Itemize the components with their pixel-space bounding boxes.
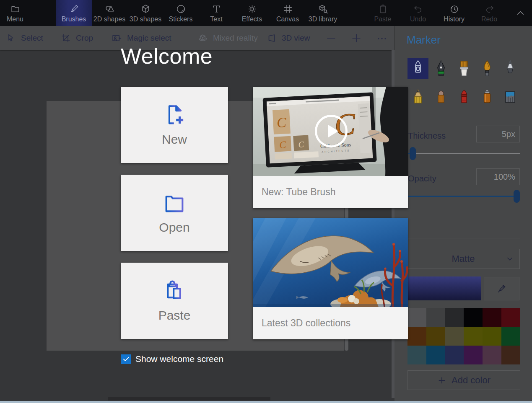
palette-swatch[interactable]: [501, 346, 520, 364]
palette-swatch[interactable]: [464, 308, 483, 327]
palette-swatch[interactable]: [501, 327, 520, 346]
more-options-button[interactable]: [376, 26, 388, 50]
palette-swatch[interactable]: [445, 308, 464, 327]
palette-swatch[interactable]: [483, 346, 501, 364]
show-welcome-checkbox-row[interactable]: Show welcome screen: [121, 354, 223, 364]
effects-icon: [247, 4, 257, 14]
mixed-reality-icon: [197, 33, 208, 44]
welcome-new-card[interactable]: New: [121, 87, 228, 163]
welcome-open-card[interactable]: Open: [121, 175, 228, 251]
paint3d-window: Menu Brushes 2D shapes 3D shapes Sticker…: [0, 0, 532, 403]
opacity-slider-track[interactable]: [407, 196, 520, 197]
palette-swatch[interactable]: [407, 308, 426, 327]
window-bottom-edge: [0, 401, 532, 403]
crop-icon: [61, 33, 71, 43]
history-icon: [449, 4, 459, 14]
zoom-in-button[interactable]: [350, 26, 362, 50]
palette-swatch[interactable]: [464, 346, 483, 364]
collections-tile-caption: Latest 3D collections: [253, 307, 408, 339]
collapse-ribbon-button[interactable]: [512, 0, 529, 26]
tube-brush-video-tile[interactable]: C C C C Collins & Sons ARCHITECTS New: T…: [253, 87, 408, 208]
menu-button[interactable]: Menu: [1, 0, 29, 26]
brush-pixel-pen[interactable]: [500, 58, 521, 79]
palette-swatch[interactable]: [426, 346, 445, 364]
canvas-horizontal-scrollbar[interactable]: [108, 397, 270, 400]
palette-swatch[interactable]: [501, 308, 520, 327]
tab-text[interactable]: Text: [202, 0, 231, 26]
thickness-slider-track[interactable]: [407, 153, 520, 154]
brush-eraser[interactable]: [431, 87, 452, 108]
tab-brushes[interactable]: Brushes: [56, 0, 92, 26]
undo-icon: [413, 4, 423, 14]
marker-icon: [407, 58, 428, 79]
opacity-slider-thumb[interactable]: [514, 190, 520, 203]
crayon-icon: [454, 87, 475, 108]
paste-clipboard-icon: [162, 279, 187, 303]
opacity-value-field[interactable]: 100%: [476, 168, 520, 185]
more-icon: [376, 32, 388, 44]
tab-stickers[interactable]: Stickers: [163, 0, 198, 26]
brush-crayon[interactable]: [454, 87, 475, 108]
tab-3d-shapes[interactable]: 3D shapes: [127, 0, 164, 26]
new-document-icon: [162, 103, 187, 127]
palette-swatch[interactable]: [445, 327, 464, 346]
brush-watercolor[interactable]: [477, 58, 498, 79]
tab-effects[interactable]: Effects: [235, 0, 269, 26]
brush-calligraphy-pen[interactable]: [431, 58, 452, 79]
select-cursor-icon: [6, 33, 16, 43]
3d-collections-tile[interactable]: Latest 3D collections: [253, 218, 408, 339]
zoom-out-button[interactable]: [325, 26, 337, 50]
plus-icon: [437, 376, 446, 385]
tab-3d-library[interactable]: 3D library: [303, 0, 343, 26]
pencil-icon: [407, 87, 428, 108]
thickness-value-field[interactable]: 5px: [476, 126, 520, 142]
palette-swatch[interactable]: [426, 308, 445, 327]
open-folder-icon: [162, 191, 187, 215]
canvas-icon: [283, 4, 293, 14]
3d-shapes-icon: [140, 4, 151, 14]
tab-canvas[interactable]: Canvas: [271, 0, 304, 26]
eyedropper-icon: [496, 283, 507, 294]
brush-spray-can[interactable]: [477, 87, 498, 108]
play-button[interactable]: [315, 115, 348, 147]
redo-icon: [484, 4, 495, 14]
undo-button[interactable]: Undo: [403, 0, 433, 26]
spray-can-icon: [477, 87, 498, 108]
redo-button[interactable]: Redo: [475, 0, 504, 26]
finish-dropdown[interactable]: Matte: [407, 249, 520, 269]
welcome-paste-card[interactable]: Paste: [121, 263, 228, 339]
zoom-in-icon: [350, 32, 362, 44]
card-label: Paste: [158, 308, 191, 323]
svg-text:C: C: [298, 140, 304, 149]
3d-view-tool[interactable]: 3D view: [267, 26, 310, 50]
palette-swatch[interactable]: [464, 327, 483, 346]
zoom-out-icon: [325, 32, 337, 44]
palette-swatch[interactable]: [445, 346, 464, 364]
tab-2d-shapes[interactable]: 2D shapes: [91, 0, 128, 26]
crop-tool[interactable]: Crop: [61, 26, 93, 50]
text-icon: [211, 4, 222, 14]
palette-swatch[interactable]: [407, 346, 426, 364]
add-color-button[interactable]: Add color: [407, 370, 520, 390]
thickness-slider-thumb[interactable]: [410, 147, 416, 160]
select-tool[interactable]: Select: [6, 26, 43, 50]
paste-button[interactable]: Paste: [367, 0, 399, 26]
calligraphy-pen-icon: [431, 58, 452, 79]
current-color-swatch[interactable]: [407, 276, 481, 300]
chevron-up-icon: [515, 8, 526, 18]
card-label: New: [162, 132, 187, 147]
card-label: Open: [159, 220, 189, 235]
palette-swatch[interactable]: [483, 308, 501, 327]
brush-fill[interactable]: [500, 87, 521, 108]
checkbox-checked-icon[interactable]: [121, 354, 131, 364]
palette-swatch[interactable]: [426, 327, 445, 346]
color-palette: [407, 308, 520, 364]
brush-marker[interactable]: [407, 58, 428, 79]
panel-title: Marker: [407, 34, 441, 46]
palette-swatch[interactable]: [483, 327, 501, 346]
history-button[interactable]: History: [437, 0, 471, 26]
eyedropper-button[interactable]: [484, 277, 519, 300]
brush-pencil[interactable]: [407, 87, 428, 108]
palette-swatch[interactable]: [407, 327, 426, 346]
brush-oil-brush[interactable]: [454, 58, 475, 79]
